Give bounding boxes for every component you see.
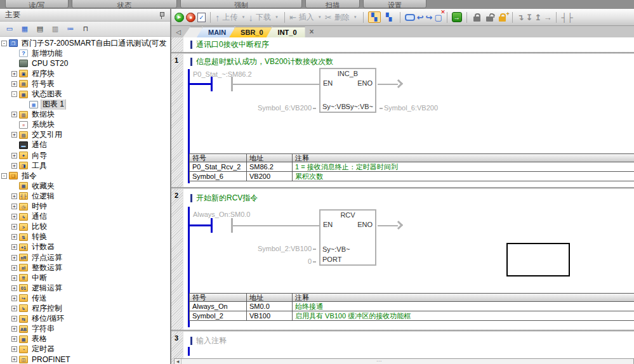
expand-toggle-icon[interactable]: +: [11, 224, 17, 230]
undo-box-icon[interactable]: ↩: [417, 13, 424, 22]
expand-toggle-icon[interactable]: +: [11, 346, 17, 352]
chart-status-icon[interactable]: ▚: [383, 11, 395, 23]
header-comment[interactable]: 注释: [293, 294, 634, 302]
editor-tab[interactable]: SBR_0: [229, 27, 271, 37]
network-number[interactable]: 1: [175, 56, 178, 64]
symbol-cell[interactable]: P0_Stat_Rcv_2: [190, 162, 247, 172]
tree-item[interactable]: - ▦ 状态图表: [0, 89, 170, 99]
symbol-cell[interactable]: Symbol_6: [190, 172, 247, 181]
expand-toggle-icon[interactable]: +: [11, 326, 17, 332]
download-caret-icon[interactable]: ▼: [275, 15, 279, 19]
comment-cell[interactable]: 始终接通: [293, 302, 634, 311]
tree-item[interactable]: + ↪ 传送: [0, 293, 170, 303]
inc-b-instruction-box[interactable]: INC_B EN ENO Sy~:VB~ Sy~:VB~: [319, 68, 376, 113]
expand-toggle-icon[interactable]: +: [11, 356, 17, 362]
symbol-cell[interactable]: Symbol_2: [190, 311, 247, 321]
branch-down-icon[interactable]: ↴: [517, 13, 524, 22]
delete-caret-icon[interactable]: ▼: [353, 15, 357, 19]
tab-scroll-left-icon[interactable]: ◁: [174, 29, 183, 36]
network-number[interactable]: 3: [175, 334, 178, 342]
expand-toggle-icon[interactable]: -: [11, 91, 17, 97]
header-symbol[interactable]: 符号: [190, 294, 247, 302]
top-button[interactable]: 设置: [363, 0, 426, 8]
address-cell[interactable]: SM86.2: [247, 162, 293, 172]
network-comment-row[interactable]: 开始新的RCV指令: [190, 193, 258, 204]
comment-cell[interactable]: 累积次数: [293, 172, 634, 181]
tree-item[interactable]: ▦ 图表 1: [0, 100, 170, 110]
insert-label[interactable]: 插入: [299, 12, 314, 23]
scrollbar-grip-icon[interactable]: ⋯: [376, 360, 383, 363]
upload-caret-icon[interactable]: ▼: [242, 15, 246, 19]
contact-icon[interactable]: ┤├: [561, 13, 572, 22]
expand-toggle-icon[interactable]: +: [11, 112, 17, 117]
editor-tab[interactable]: MAIN: [197, 27, 234, 37]
editor-tab[interactable]: INT_0: [267, 27, 305, 37]
network-comment-row[interactable]: 输入注释: [190, 335, 227, 346]
tree-item[interactable]: + +1 计数器: [0, 242, 170, 252]
wire-up-icon[interactable]: ↥: [535, 13, 542, 22]
contact-operand[interactable]: P0_Stat_~:SM86.2: [193, 70, 252, 78]
tree-item[interactable]: + ◫ PROFINET: [0, 354, 170, 364]
top-button[interactable]: 强制: [180, 0, 302, 8]
tree-item[interactable]: + ±I 整数运算: [0, 263, 170, 273]
tree-item[interactable]: - ❐ 西门子S7-200SMART自由口通讯测试(可发: [0, 38, 170, 48]
expand-toggle-icon[interactable]: +: [11, 81, 17, 87]
wire-down-icon[interactable]: ↧: [526, 13, 533, 22]
expand-toggle-icon[interactable]: +: [11, 285, 17, 291]
port-operand[interactable]: 0: [235, 257, 316, 265]
network-number[interactable]: 2: [175, 192, 178, 199]
upload-icon[interactable]: ↑: [215, 13, 220, 22]
expand-toggle-icon[interactable]: +: [11, 132, 17, 138]
tree-item[interactable]: + AB 字符串: [0, 324, 170, 334]
horizontal-scrollbar[interactable]: ◀ ⋯: [174, 358, 634, 364]
tree-item[interactable]: + ⇈ 中断: [0, 273, 170, 283]
header-comment[interactable]: 注释: [293, 154, 634, 162]
tree-item[interactable]: + ✦ 向导: [0, 150, 170, 160]
upload-label[interactable]: 上传: [223, 12, 238, 23]
header-address[interactable]: 地址: [247, 154, 293, 162]
tree-item[interactable]: + ⇅ 转换: [0, 232, 170, 242]
tree-item[interactable]: + ◨ 工具: [0, 160, 170, 171]
expand-toggle-icon[interactable]: +: [11, 244, 17, 250]
tree-item[interactable]: + ▧ 交叉引用: [0, 130, 170, 140]
expand-toggle-icon[interactable]: -: [1, 41, 7, 46]
address-cell[interactable]: VB100: [247, 311, 293, 321]
header-symbol[interactable]: 符号: [190, 154, 247, 162]
download-label[interactable]: 下载: [256, 12, 271, 23]
delete-label[interactable]: 删除: [334, 12, 350, 23]
tree-item[interactable]: + ▣ 程序块: [0, 68, 170, 79]
expand-toggle-icon[interactable]: +: [11, 214, 17, 219]
tree-item[interactable]: CPU ST20: [0, 58, 170, 68]
tree-item[interactable]: + ▦ 表格: [0, 334, 170, 344]
download-icon[interactable]: ↓: [248, 13, 253, 22]
scroll-left-icon[interactable]: ◀: [175, 359, 182, 364]
expand-toggle-icon[interactable]: +: [11, 275, 17, 281]
expand-toggle-icon[interactable]: +: [11, 153, 17, 159]
comment-placeholder[interactable]: 输入注释: [196, 335, 227, 346]
insert-icon[interactable]: ⇤: [289, 13, 296, 22]
expand-toggle-icon[interactable]: +: [11, 193, 17, 199]
tree-item[interactable]: + ↳ 程序控制: [0, 303, 170, 313]
contact-operand[interactable]: Always_On:SM0.0: [193, 211, 250, 218]
expand-toggle-icon[interactable]: +: [11, 316, 17, 322]
symbol-cell[interactable]: Always_On: [190, 302, 247, 311]
tree-item[interactable]: + ⇆ 移位/循环: [0, 314, 170, 324]
top-button[interactable]: 状态: [72, 0, 177, 8]
output-operand[interactable]: Symbol_6:VB200: [380, 104, 438, 112]
tab-close-icon[interactable]: ×: [310, 27, 314, 36]
rcv-instruction-box[interactable]: RCV EN ENO Sy~:VB~ PORT: [319, 209, 376, 266]
pou-comment[interactable]: 通讯口0接收中断程序: [196, 39, 269, 50]
network-comment-row[interactable]: 信息超时默认成功，VB200计数接收次数: [190, 56, 333, 67]
tree-item[interactable]: ≡ 系统块: [0, 120, 170, 130]
tree-item[interactable]: ? 新增功能: [0, 48, 170, 58]
wire-right-icon[interactable]: →: [543, 13, 551, 22]
expand-toggle-icon[interactable]: +: [11, 163, 17, 169]
expand-toggle-icon[interactable]: -: [1, 173, 7, 179]
program-status-icon[interactable]: ▚: [368, 11, 381, 23]
insert-box-icon[interactable]: [405, 14, 415, 21]
cross-reference-icon[interactable]: ≔: [64, 23, 77, 35]
top-button[interactable]: 读/写: [5, 0, 69, 8]
goto-icon[interactable]: →: [452, 12, 462, 22]
expand-toggle-icon[interactable]: +: [11, 255, 17, 261]
expand-toggle-icon[interactable]: +: [11, 265, 17, 271]
